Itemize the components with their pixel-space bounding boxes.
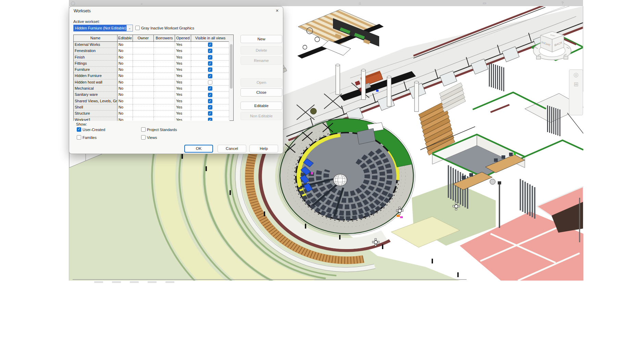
cell-name: Workset1	[74, 117, 117, 121]
close-button[interactable]: Close	[240, 88, 282, 96]
cell-editable: No	[117, 111, 133, 117]
new-button[interactable]: New	[240, 35, 282, 43]
table-row[interactable]: Shared Views, Levels, GridsNoYes	[74, 98, 233, 104]
cell-owner	[133, 98, 154, 104]
col-header-borrowers[interactable]: Borrowers	[154, 35, 175, 41]
table-scrollbar[interactable]	[229, 41, 233, 120]
delete-button: Delete	[240, 46, 282, 54]
library-area	[297, 10, 384, 59]
visible-in-all-views-checkbox[interactable]	[208, 42, 212, 47]
cell-borrowers	[154, 79, 175, 86]
gray-inactive-checkbox[interactable]	[135, 26, 140, 30]
visible-in-all-views-checkbox[interactable]	[208, 49, 212, 53]
help-icon[interactable]: ?	[561, 0, 564, 6]
cell-owner	[133, 92, 154, 98]
rename-button: Rename	[240, 56, 282, 65]
active-workset-dropdown[interactable]: Hidden Furniure (Not Editable) ⌄	[73, 25, 133, 31]
workset-table[interactable]: Name Editable Owner Borrowers Opened Vis…	[73, 35, 234, 121]
cell-borrowers	[154, 104, 175, 111]
show-user-created-checkbox[interactable]	[77, 127, 81, 132]
cell-name: Finish	[74, 54, 117, 61]
visible-in-all-views-checkbox[interactable]	[208, 99, 212, 103]
cell-editable: No	[117, 79, 133, 86]
cell-name: External Works	[74, 42, 117, 48]
cell-borrowers	[154, 98, 175, 104]
active-workset-value: Hidden Furniure (Not Editable)	[74, 25, 126, 31]
help-button[interactable]: Help	[249, 145, 278, 153]
visible-in-all-views-checkbox[interactable]	[208, 74, 212, 78]
cell-owner	[133, 79, 154, 86]
view-control-bar[interactable]	[94, 281, 174, 284]
show-project-standards-checkbox[interactable]	[141, 127, 146, 132]
visible-in-all-views-checkbox[interactable]	[208, 55, 212, 60]
col-header-editable[interactable]: Editable	[117, 35, 133, 41]
show-project-standards-label: Project Standards	[147, 128, 177, 132]
window-titlebar: ◯ ⌄ ⌂ ▭ ?	[69, 0, 583, 7]
visible-in-all-views-checkbox[interactable]	[208, 61, 212, 66]
ok-button[interactable]: OK	[184, 145, 213, 153]
editable-button[interactable]: Editable	[240, 102, 282, 110]
show-views-checkbox[interactable]	[141, 135, 146, 140]
table-row[interactable]: FenestrationNoYes	[74, 48, 233, 54]
show-families-checkbox[interactable]	[77, 135, 81, 140]
cell-opened: Yes	[175, 67, 191, 73]
steering-wheel-icon[interactable]: ◎	[573, 72, 579, 78]
table-row[interactable]: ShellNoYes	[74, 104, 233, 111]
table-row[interactable]: FinishNoYes	[74, 54, 233, 61]
compass-icon: ◯	[71, 0, 75, 6]
table-row[interactable]: FurnitureNoYes	[74, 67, 233, 73]
cell-owner	[133, 117, 154, 121]
table-row[interactable]: MechanicalNoYes	[74, 86, 233, 92]
pan-icon[interactable]: ⊞	[573, 81, 578, 88]
cell-editable: No	[117, 92, 133, 98]
cell-opened: Yes	[175, 61, 191, 67]
dialog-title: Worksets	[74, 9, 91, 13]
visible-in-all-views-checkbox[interactable]	[208, 93, 212, 97]
table-row[interactable]: Hidden host wallNoYes	[74, 79, 233, 86]
table-row[interactable]: Workset1NoYes	[74, 117, 233, 121]
cell-borrowers	[154, 54, 175, 61]
table-row[interactable]: External WorksNoYes	[74, 42, 233, 48]
cell-owner	[133, 111, 154, 117]
cell-owner	[133, 73, 154, 79]
table-row[interactable]: StructureNoYes	[74, 111, 233, 117]
visible-in-all-views-checkbox[interactable]	[208, 80, 212, 85]
cell-name: Fenestration	[74, 48, 117, 54]
visible-in-all-views-checkbox[interactable]	[208, 105, 212, 109]
cell-opened: Yes	[175, 73, 191, 79]
cell-name: Mechanical	[74, 86, 117, 92]
show-user-created-label: User-Created	[83, 128, 105, 132]
cell-opened: Yes	[175, 117, 191, 121]
cell-editable: No	[117, 42, 133, 48]
col-header-owner[interactable]: Owner	[133, 35, 154, 41]
col-header-visible[interactable]: Visible in all views	[191, 35, 230, 41]
cell-name: Structure	[74, 111, 117, 117]
cancel-button[interactable]: Cancel	[218, 145, 246, 153]
show-label: Show:	[76, 122, 87, 126]
cell-owner	[133, 42, 154, 48]
table-row[interactable]: Sanitary wareNoYes	[74, 92, 233, 98]
navigation-bar[interactable]: ◎ ⊞	[569, 69, 583, 115]
chevron-down-icon[interactable]: ⌄	[126, 25, 133, 31]
visible-in-all-views-checkbox[interactable]	[208, 67, 212, 72]
cell-owner	[133, 48, 154, 54]
cell-name: Hidden host wall	[74, 79, 117, 86]
table-row[interactable]: FittingsNoYes	[74, 61, 233, 67]
cell-editable: No	[117, 54, 133, 61]
home-icon[interactable]: ⌂	[359, 0, 361, 6]
viewcube[interactable]: TOP RIGHT BACK	[530, 29, 575, 66]
cell-borrowers	[154, 67, 175, 73]
dropdown-caret-icon[interactable]: ⌄	[140, 0, 143, 6]
col-header-name[interactable]: Name	[74, 35, 117, 41]
visible-in-all-views-checkbox[interactable]	[208, 111, 212, 116]
blue-item	[376, 90, 379, 92]
visible-in-all-views-checkbox[interactable]	[208, 118, 212, 121]
cell-name: Fittings	[74, 61, 117, 67]
cell-owner	[133, 61, 154, 67]
col-header-opened[interactable]: Opened	[175, 35, 191, 41]
panel-icon[interactable]: ▭	[483, 0, 486, 6]
visible-in-all-views-checkbox[interactable]	[208, 86, 212, 91]
scrollbar-thumb[interactable]	[230, 44, 233, 89]
close-icon[interactable]: ✕	[274, 8, 280, 14]
table-row[interactable]: Hidden FurniureNoYes	[74, 73, 233, 79]
